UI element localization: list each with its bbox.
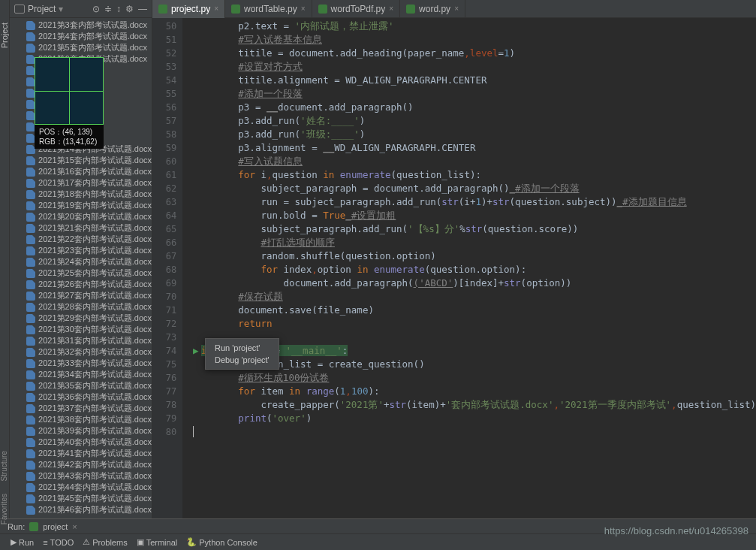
hide-icon[interactable]: — (138, 4, 147, 14)
docx-icon (26, 370, 35, 379)
tree-row[interactable]: 2021第23套内部考试试题.docx (10, 245, 152, 256)
tree-row[interactable]: 2021第38套内部考试试题.docx (10, 414, 152, 425)
close-icon[interactable]: × (454, 5, 459, 13)
tree-row[interactable]: 2021第16套内部考试试题.docx (10, 166, 152, 177)
tree-row[interactable]: 2021第18套内部考试试题.docx (10, 189, 152, 200)
docx-icon (26, 348, 35, 357)
file-name: 2021第44套内部考试试题.docx (38, 482, 152, 493)
tree-row[interactable]: 2021第45套内部考试试题.docx (10, 493, 152, 504)
docx-icon (26, 168, 35, 177)
close-icon[interactable]: × (214, 5, 218, 13)
tree-row[interactable]: 2021第15套内部考试试题.docx (10, 155, 152, 166)
ctx-run[interactable]: Run 'project' (206, 342, 279, 354)
color-swatch (35, 57, 104, 125)
docx-icon (26, 427, 35, 436)
locate-icon[interactable]: ⊙ (92, 4, 100, 14)
tree-row[interactable]: 2021第20套内部考试试题.docx (10, 211, 152, 222)
favorites-tool-tab[interactable]: Favorites (0, 494, 8, 524)
tree-row[interactable]: 2021第25套内部考试试题.docx (10, 267, 152, 279)
tree-row[interactable]: 2021第41套内部考试试题.docx (10, 448, 152, 459)
project-tool-tab[interactable]: Project (0, 0, 10, 518)
tree-row[interactable]: 2021第34套内部考试试题.docx (10, 369, 152, 380)
docx-icon (26, 337, 35, 346)
tree-row[interactable]: 2021第36套内部考试试题.docx (10, 391, 152, 403)
tree-row[interactable]: 2021第32套内部考试试题.docx (10, 346, 152, 358)
docx-icon (26, 201, 35, 210)
bottom-tab[interactable]: ≡TODO (40, 538, 77, 547)
tree-row[interactable]: 2021第3套内部考试试题.docx (10, 20, 152, 31)
editor-tab[interactable]: word.py× (400, 0, 465, 18)
docx-icon (26, 472, 35, 481)
collapse-icon[interactable]: ↕ (116, 4, 121, 14)
tree-row[interactable]: 2021第37套内部考试试题.docx (10, 403, 152, 414)
tree-row[interactable]: 2021第4套内部考试试题.docx (10, 31, 152, 42)
file-name: 2021第17套内部考试试题.docx (38, 177, 152, 189)
docx-icon (26, 494, 35, 503)
tree-row[interactable]: 2021第29套内部考试试题.docx (10, 313, 152, 324)
tree-row[interactable]: 2021第46套内部考试试题.docx (10, 504, 152, 515)
docx-icon (26, 292, 35, 301)
tab-label: wordTable.py (244, 4, 297, 14)
tree-row[interactable]: 2021第27套内部考试试题.docx (10, 290, 152, 301)
sidebar-title: Project (28, 4, 56, 14)
run-config-name[interactable]: project (43, 522, 68, 531)
tree-row[interactable]: 2021第31套内部考试试题.docx (10, 335, 152, 346)
close-run-tab[interactable]: × (72, 522, 77, 531)
tree-row[interactable]: 2021第33套内部考试试题.docx (10, 358, 152, 369)
sidebar-header: Project ▾ ⊙ ≑ ↕ ⚙ — (10, 0, 152, 18)
tab-label: word.py (419, 4, 450, 14)
docx-icon (26, 314, 35, 323)
bottom-tab[interactable]: 🐍Python Console (183, 537, 261, 547)
tree-row[interactable]: 2021第40套内部考试试题.docx (10, 437, 152, 448)
docx-icon (26, 224, 35, 233)
tree-row[interactable]: 2021第35套内部考试试题.docx (10, 380, 152, 391)
editor-tab[interactable]: wordTable.py× (225, 0, 312, 18)
file-name: 2021第41套内部考试试题.docx (38, 448, 152, 459)
file-name: 2021第36套内部考试试题.docx (38, 391, 152, 403)
file-name: 2021第34套内部考试试题.docx (38, 369, 152, 380)
gear-icon[interactable]: ⚙ (125, 4, 134, 14)
close-icon[interactable]: × (389, 5, 393, 13)
docx-icon (26, 235, 35, 244)
python-icon (406, 5, 415, 14)
tree-row[interactable]: 2021第28套内部考试试题.docx (10, 301, 152, 313)
bottom-tab[interactable]: ⚠Problems (80, 537, 130, 547)
file-name: 2021第43套内部考试试题.docx (38, 470, 152, 482)
file-name: 2021第4套内部考试试题.docx (38, 31, 147, 42)
file-name: 2021第26套内部考试试题.docx (38, 279, 152, 290)
structure-tool-tab[interactable]: Structure (0, 451, 8, 482)
file-name: 2021第33套内部考试试题.docx (38, 358, 152, 369)
line-gutter[interactable]: 5051525354555657585960616263646566676869… (152, 18, 182, 518)
file-name: 2021第24套内部考试试题.docx (38, 256, 152, 267)
editor-tab[interactable]: project.py× (152, 0, 225, 18)
docx-icon (26, 269, 35, 278)
tree-row[interactable]: 2021第43套内部考试试题.docx (10, 470, 152, 482)
tree-row[interactable]: 2021第39套内部考试试题.docx (10, 425, 152, 437)
python-icon (318, 5, 327, 14)
bottom-tab[interactable]: ▣Terminal (134, 537, 181, 547)
tree-row[interactable]: 2021第44套内部考试试题.docx (10, 482, 152, 493)
file-name: 2021第45套内部考试试题.docx (38, 493, 152, 504)
tree-row[interactable]: 2021第19套内部考试试题.docx (10, 200, 152, 211)
tree-row[interactable]: 2021第24套内部考试试题.docx (10, 256, 152, 267)
tree-row[interactable]: 2021第21套内部考试试题.docx (10, 222, 152, 234)
file-name: 2021第19套内部考试试题.docx (38, 200, 152, 211)
file-name: 2021第42套内部考试试题.docx (38, 459, 152, 470)
file-name: 2021第18套内部考试试题.docx (38, 189, 152, 200)
tree-row[interactable]: 2021第42套内部考试试题.docx (10, 459, 152, 470)
expand-icon[interactable]: ≑ (104, 4, 112, 14)
editor-tab[interactable]: wordToPdf.py× (312, 0, 401, 18)
docx-icon (26, 213, 35, 222)
bottom-tab[interactable]: ▶Run (8, 537, 37, 547)
tree-row[interactable]: 2021第26套内部考试试题.docx (10, 279, 152, 290)
tree-row[interactable]: 2021第30套内部考试试题.docx (10, 324, 152, 335)
tree-row[interactable]: 2021第5套内部考试试题.docx (10, 42, 152, 53)
ctx-debug[interactable]: Debug 'project' (206, 354, 279, 366)
tab-label: wordToPdf.py (331, 4, 386, 14)
code-editor[interactable]: p2.text = '内部试题，禁止泄露' #写入试卷基本信息 titile =… (182, 18, 756, 518)
close-icon[interactable]: × (301, 5, 306, 13)
docx-icon (26, 303, 35, 312)
file-name: 2021第46套内部考试试题.docx (38, 504, 152, 515)
tree-row[interactable]: 2021第17套内部考试试题.docx (10, 177, 152, 189)
tree-row[interactable]: 2021第22套内部考试试题.docx (10, 234, 152, 245)
